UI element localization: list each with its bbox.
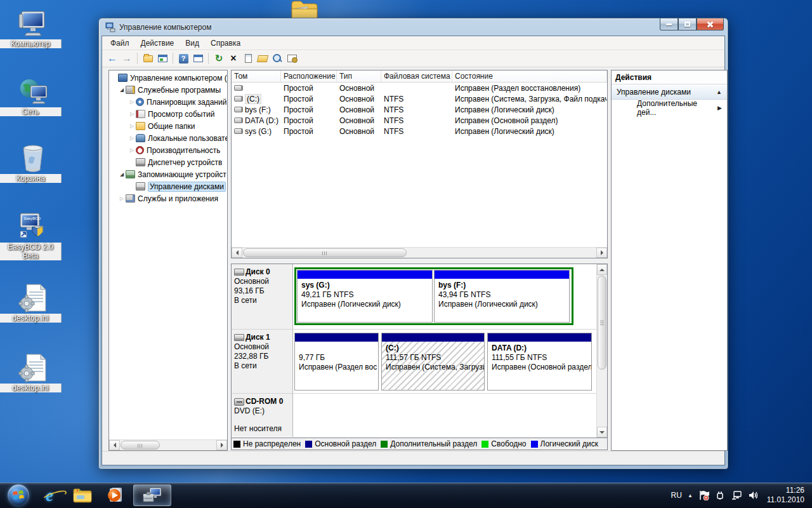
forward-icon[interactable]: → <box>121 52 133 65</box>
tree-item-task-scheduler[interactable]: ▷ Планировщик заданий <box>109 96 227 108</box>
tools-icon <box>126 86 135 94</box>
column-header-volume[interactable]: Том <box>232 70 281 82</box>
delete-icon[interactable]: × <box>227 52 240 65</box>
menu-action[interactable]: Действие <box>135 37 180 50</box>
search-icon[interactable] <box>271 52 284 65</box>
taskbar-internet-explorer[interactable]: e <box>33 483 66 508</box>
power-plug-icon[interactable] <box>715 490 725 500</box>
scroll-down-button[interactable] <box>597 427 607 438</box>
pane-splitter[interactable] <box>231 258 608 264</box>
refresh-icon[interactable]: ↻ <box>213 52 225 65</box>
desktop-icon-easybcd[interactable]: EasyBCD EasyBCD 2.0 Beta <box>0 212 66 260</box>
desktop-icon-desktop-ini-1[interactable]: desktop.ini <box>0 283 66 323</box>
partition-bys-f[interactable]: bys (F:) 43,94 ГБ NTFS Исправен (Логичес… <box>434 270 570 323</box>
start-button[interactable] <box>4 483 33 507</box>
menu-file[interactable]: Файл <box>105 37 135 50</box>
actions-section-disk-management[interactable]: Управление дисками ▲ <box>612 84 727 100</box>
show-actions-pane-icon[interactable] <box>192 52 204 65</box>
scroll-right-button[interactable] <box>596 248 607 258</box>
network-status-icon[interactable] <box>731 490 742 500</box>
disk1-label[interactable]: Диск 1 Основной 232,88 ГБ В сети <box>232 330 293 393</box>
desktop-icon-computer[interactable]: Компьютер <box>0 9 66 48</box>
volume-row[interactable]: Простой Основной Исправен (Раздел восста… <box>232 83 607 93</box>
volume-row[interactable]: sys (G:) Простой Основной NTFS Исправен … <box>232 126 607 137</box>
export-list-icon[interactable] <box>141 52 154 65</box>
desktop-icon-network[interactable]: Сеть <box>0 77 66 116</box>
scroll-thumb[interactable] <box>598 276 606 370</box>
disk-management-pane: Том Расположение Тип Файловая система Со… <box>231 70 608 451</box>
tree-item-local-users[interactable]: ▷ Локальные пользовате <box>109 132 227 144</box>
close-button[interactable] <box>697 18 724 30</box>
minimize-button[interactable] <box>660 18 678 30</box>
partition-data-d[interactable]: DATA (D:) 111,55 ГБ NTFS Исправен (Основ… <box>487 333 592 391</box>
tree-item-performance[interactable]: ▷ Производительность <box>109 144 227 156</box>
open-folder-icon[interactable] <box>256 52 269 65</box>
tree-item-event-viewer[interactable]: ▷ Просмотр событий <box>109 108 227 120</box>
tree-item-system-tools[interactable]: ◢ Служебные программы <box>109 84 227 96</box>
expander-icon[interactable]: ▷ <box>128 135 136 141</box>
collapse-icon[interactable]: ▲ <box>716 89 722 95</box>
properties-icon[interactable] <box>242 52 254 65</box>
scroll-thumb[interactable] <box>121 441 160 450</box>
desktop-icon-desktop-ini-2[interactable]: desktop.ini <box>0 353 66 392</box>
taskbar-computer-management-active[interactable] <box>133 485 171 506</box>
legend-item-extended: Дополнительный раздел <box>381 439 477 448</box>
taskbar-media-player[interactable] <box>99 483 132 508</box>
language-indicator[interactable]: RU <box>671 491 682 500</box>
clock[interactable]: 11:26 11.01.2010 <box>767 486 804 505</box>
column-header-status[interactable]: Состояние <box>452 70 607 82</box>
restore-icon <box>684 22 690 27</box>
back-icon[interactable]: ← <box>106 52 119 65</box>
menu-view[interactable]: Вид <box>180 37 205 50</box>
tree-item-disk-management[interactable]: Управление дисками <box>109 180 227 192</box>
partition-sys-g[interactable]: sys (G:) 49,21 ГБ NTFS Исправен (Логичес… <box>297 270 433 323</box>
column-header-filesystem[interactable]: Файловая система <box>381 70 452 82</box>
tree-item-storage[interactable]: ◢ Запоминающие устройст <box>109 168 227 180</box>
tree-horizontal-scrollbar[interactable] <box>109 439 227 450</box>
partition-recovery[interactable]: 9,77 ГБ Исправен (Раздел вос <box>294 333 379 391</box>
title-bar[interactable]: Управление компьютером <box>99 18 728 36</box>
actions-more-actions[interactable]: Дополнительные дей... ▶ <box>612 100 727 116</box>
system-tray: RU ▲ 11:26 11.01.2010 <box>671 486 812 505</box>
console-tree: Управление компьютером (л ◢ Служебные пр… <box>108 70 228 451</box>
taskbar-windows-explorer[interactable] <box>66 483 99 508</box>
volume-row[interactable]: (C:) Простой Основной NTFS Исправен (Сис… <box>232 93 607 104</box>
window-title: Управление компьютером <box>119 23 211 32</box>
scroll-thumb[interactable] <box>243 248 407 257</box>
column-header-type[interactable]: Тип <box>337 70 381 82</box>
expander-icon[interactable]: ▷ <box>128 111 136 117</box>
show-console-tree-icon[interactable] <box>156 52 169 65</box>
expander-icon[interactable]: ◢ <box>118 87 126 93</box>
expander-icon[interactable]: ▷ <box>128 147 136 153</box>
disk0-label[interactable]: Диск 0 Основной 93,16 ГБ В сети <box>232 264 293 329</box>
volume-icon <box>234 128 243 134</box>
tree-item-services[interactable]: ▷ Службы и приложения <box>109 192 227 204</box>
settings-icon[interactable] <box>285 52 298 65</box>
scroll-left-button[interactable] <box>109 440 120 450</box>
scroll-left-button[interactable] <box>232 248 242 258</box>
disk-view-vertical-scrollbar[interactable] <box>596 264 607 438</box>
restore-button[interactable] <box>678 18 697 30</box>
desktop-icon-recycle-bin[interactable]: Корзина <box>0 144 66 183</box>
menu-help[interactable]: Справка <box>205 37 246 50</box>
volume-row[interactable]: bys (F:) Простой Основной NTFS Исправен … <box>232 104 607 115</box>
volume-row[interactable]: DATA (D:) Простой Основной NTFS Исправен… <box>232 115 607 126</box>
expander-icon[interactable]: ◢ <box>118 171 126 177</box>
scroll-up-button[interactable] <box>597 264 607 275</box>
scroll-right-button[interactable] <box>216 440 227 450</box>
expander-icon[interactable]: ▷ <box>128 99 136 105</box>
partition-c[interactable]: (C:) 111,57 ГБ NTFS Исправен (Система, З… <box>381 333 485 391</box>
show-hidden-icons-icon[interactable]: ▲ <box>688 493 693 498</box>
column-header-layout[interactable]: Расположение <box>281 70 337 82</box>
volume-list-horizontal-scrollbar[interactable] <box>232 247 607 258</box>
action-center-flag-icon[interactable] <box>698 490 709 500</box>
tree-item-computer-management[interactable]: Управление компьютером (л <box>109 72 227 84</box>
help-icon[interactable]: ? <box>177 52 190 65</box>
cdrom-label[interactable]: CD-ROM 0 DVD (E:) Нет носителя <box>232 394 293 437</box>
volume-icon[interactable] <box>748 490 759 500</box>
expander-icon[interactable]: ▷ <box>128 123 136 129</box>
tree-item-device-manager[interactable]: Диспетчер устройств <box>109 156 227 168</box>
partition-type-bar <box>488 333 591 342</box>
expander-icon[interactable]: ▷ <box>118 196 126 201</box>
tree-item-shared-folders[interactable]: ▷ Общие папки <box>109 120 227 132</box>
